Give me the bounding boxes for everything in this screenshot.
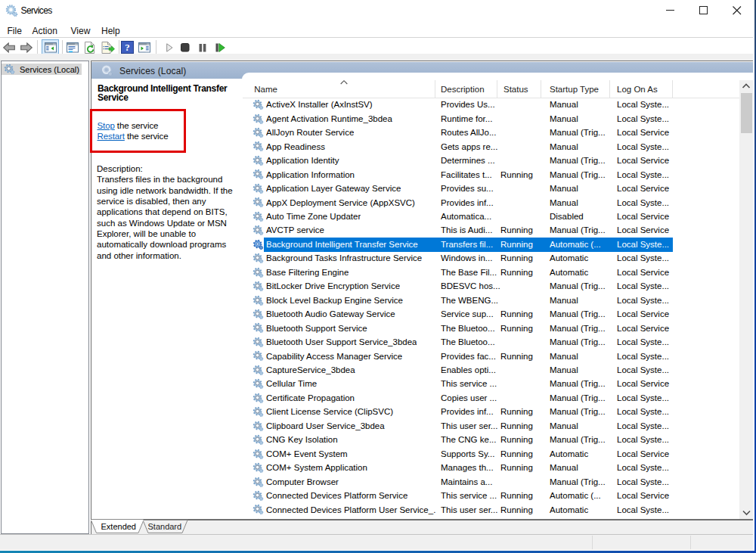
svg-text:Standard: Standard — [148, 522, 182, 531]
svg-text:?: ? — [125, 42, 130, 53]
svg-text:Extended: Extended — [101, 522, 136, 531]
